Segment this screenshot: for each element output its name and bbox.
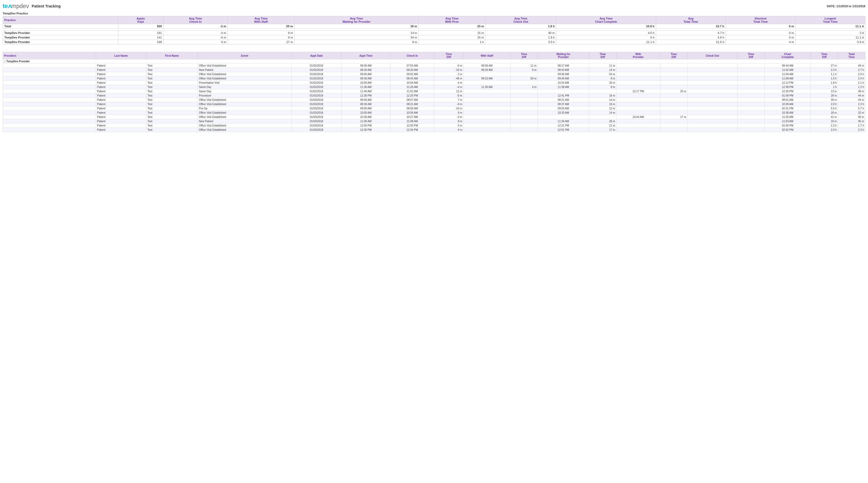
logo: teʌmpdev	[3, 3, 29, 10]
prov2-practice: TempDev Provider	[3, 35, 118, 40]
page-header: teʌmpdev Patient Tracking DATE: 1/1/2018…	[3, 3, 865, 10]
col-longest: LongestTotal Time	[796, 16, 865, 24]
detail-data-row: PatientTestNew Patient01/02/201808:30 AM…	[3, 68, 865, 72]
detail-data-row: PatientTestPreventative Visit01/02/20181…	[3, 81, 865, 85]
detail-col-waiting-provider: Waiting forProvider	[537, 52, 589, 59]
summary-total-row: Total 500 -2 m 20 m 18 m 23 m 1.8 h 10.8…	[3, 24, 865, 29]
practice-section-title: TempDev Practice	[3, 12, 865, 15]
total-avg-check-out: 1.8 h	[485, 24, 556, 29]
prov3-practice: TempDev Provider	[3, 40, 118, 44]
page-title: Patient Tracking	[32, 4, 61, 8]
detail-col-last-name: Last Name	[96, 52, 146, 59]
detail-col-total-time: TotalTime	[838, 52, 865, 59]
col-shortest: ShortestTotal Time	[726, 16, 796, 24]
provider-group-header: □ TempDev Provider	[3, 59, 865, 64]
detail-data-row: PatientTestSame Day01/02/201811:30 AM11:…	[3, 85, 865, 89]
total-appts-kept: 500	[118, 24, 163, 29]
detail-data-row: PatientTestOffice Visit Established01/03…	[3, 115, 865, 119]
total-practice: Total	[3, 24, 118, 29]
col-avg-with-staff: Avg TimeWith Staff	[228, 16, 294, 24]
col-avg-waiting-provider: Avg TimeWaiting for Provider	[294, 16, 418, 24]
detail-col-first-name: First Name	[146, 52, 198, 59]
total-avg-total: 10.7 h	[656, 24, 726, 29]
detail-col-chart-complete: ChartComplete	[765, 52, 811, 59]
col-avg-with-prov: Avg TimeWith Prov	[418, 16, 485, 24]
detail-col-time-diff-6: TimeDiff	[811, 52, 838, 59]
detail-col-time-diff-3: TimeDiff	[589, 52, 617, 59]
detail-col-check-out: Check Out	[687, 52, 737, 59]
logo-te: te	[3, 3, 8, 10]
detail-data-row: PatientTestOffice Visit Established01/02…	[3, 72, 865, 76]
detail-data-row: PatientTestOffice Visit Established01/02…	[3, 76, 865, 81]
col-avg-check-in: Avg TimeCheck In	[163, 16, 227, 24]
summary-provider-row-3: TempDev Provider 168 5 m 27 m 9 m 1 h 3.…	[3, 40, 865, 44]
total-avg-check-in: -2 m	[163, 24, 227, 29]
detail-col-appt-time: Appt Time	[341, 52, 391, 59]
detail-data-row: PatientTestOffice Visit Established01/02…	[3, 64, 865, 68]
total-avg-with-prov: 23 m	[418, 24, 485, 29]
detail-col-event: Event	[198, 52, 292, 59]
summary-table: Practice ApptsKept Avg TimeCheck In Avg …	[3, 16, 865, 44]
total-avg-chart-complete: 10.8 h	[556, 24, 656, 29]
detail-col-time-diff-4: TimeDiff	[660, 52, 687, 59]
detail-data-row: PatientTestOffice Visit Established01/03…	[3, 124, 865, 128]
col-avg-check-out: Avg TimeCheck Out	[485, 16, 556, 24]
detail-data-row: PatientTestNew Patient01/03/201811:00 AM…	[3, 119, 865, 124]
detail-col-with-provider: WithProvider	[616, 52, 660, 59]
logo-mpdev: mpdev	[11, 3, 29, 10]
prov1-practice: TempDev Provider	[3, 31, 118, 35]
detail-col-appt-date: Appt Date	[291, 52, 341, 59]
detail-col-time-diff-5: TimeDiff	[737, 52, 765, 59]
detail-col-providers: Providers	[3, 52, 96, 59]
col-avg-total: AvgTotal Time	[656, 16, 726, 24]
detail-table: Providers Last Name First Name Event App…	[3, 52, 865, 132]
detail-header-row: Providers Last Name First Name Event App…	[3, 52, 865, 59]
detail-col-with-staff: With Staff	[463, 52, 510, 59]
detail-data-row: PatientTestSame Day01/02/201811:40 AM11:…	[3, 89, 865, 94]
detail-data-row: PatientTestPre-Op01/03/201809:00 AM08:50…	[3, 106, 865, 111]
detail-data-row: PatientTestOffice Visit Established01/03…	[3, 128, 865, 132]
summary-provider-row-2: TempDev Provider 141 -6 m 9 m 34 m 25 m …	[3, 35, 865, 40]
total-avg-waiting-provider: 18 m	[294, 24, 418, 29]
total-shortest: 0 m	[726, 24, 796, 29]
detail-col-check-in: Check In	[391, 52, 434, 59]
detail-col-time-diff-1: TimeDiff	[434, 52, 463, 59]
detail-data-row: PatientTestProcedure01/02/201812:30 PM12…	[3, 94, 865, 98]
total-longest: 11.1 d	[796, 24, 865, 29]
summary-provider-row-1: TempDev Provider 191 -4 m 9 m 14 m 15 m …	[3, 31, 865, 35]
detail-data-row: PatientTestOffice Visit Established01/03…	[3, 111, 865, 115]
total-avg-with-staff: 20 m	[228, 24, 294, 29]
col-practice: Practice	[3, 16, 118, 24]
detail-col-time-diff-2: TimeDiff	[510, 52, 538, 59]
col-avg-chart-complete: Avg TimeChart Complete	[556, 16, 656, 24]
detail-data-row: PatientTestOffice Visit Established01/03…	[3, 98, 865, 102]
detail-data-row: PatientTestOffice Visit Established01/03…	[3, 102, 865, 106]
logo-caret: ʌ	[8, 3, 11, 10]
date-range: DATE: 1/1/2018 to 1/31/2018	[827, 4, 865, 8]
col-appts-kept: ApptsKept	[118, 16, 163, 24]
